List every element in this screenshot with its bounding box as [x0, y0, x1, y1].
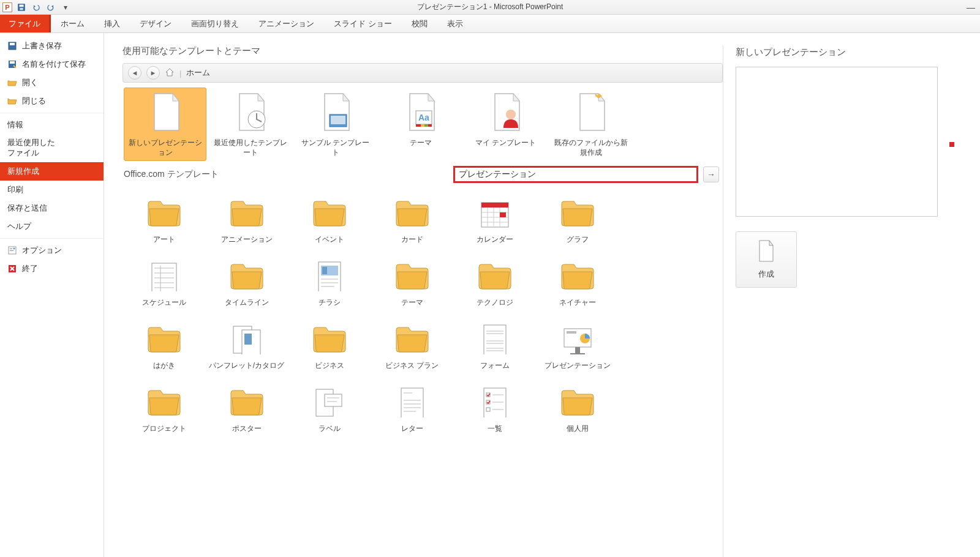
template-tile[interactable]: サンプル テンプレート	[294, 88, 377, 161]
sidebar-label: 保存と送信	[7, 203, 47, 214]
ribbon-tab[interactable]: 表示	[437, 15, 473, 32]
breadcrumb-home[interactable]: ホーム	[186, 67, 210, 78]
sidebar-new[interactable]: 新規作成	[0, 162, 104, 181]
ribbon-tab[interactable]: 挿入	[94, 15, 130, 32]
category-tile[interactable]: プレゼンテーション	[536, 316, 619, 379]
sidebar-save-as[interactable]: 名前を付けて保存	[0, 55, 104, 73]
ribbon-tab[interactable]: アニメーション	[249, 15, 324, 32]
ribbon-tab[interactable]: ホーム	[51, 15, 94, 32]
category-label: パンフレット/カタログ	[208, 361, 285, 371]
category-label: 個人用	[538, 424, 616, 434]
category-tile[interactable]: テクノロジ	[453, 253, 536, 316]
app-icon[interactable]: P	[2, 2, 12, 12]
ribbon-tab[interactable]: デザイン	[130, 15, 181, 32]
create-label: 作成	[758, 269, 774, 280]
ribbon-tab[interactable]: スライド ショー	[324, 15, 402, 32]
templates-heading: 使用可能なテンプレートとテーマ	[123, 45, 723, 57]
home-icon[interactable]	[165, 67, 175, 79]
category-tile[interactable]: はがき	[123, 316, 205, 379]
undo-icon[interactable]	[31, 2, 42, 13]
svg-rect-72	[421, 124, 424, 127]
category-tile[interactable]: スケジュール	[123, 253, 205, 316]
quick-access-toolbar: P ▾	[0, 2, 71, 13]
template-search-input[interactable]	[453, 166, 698, 183]
category-tile[interactable]: タイムライン	[205, 253, 288, 316]
category-tile[interactable]: ビジネス プラン	[371, 316, 453, 379]
category-tile[interactable]: カード	[371, 190, 453, 253]
folder-icon	[310, 384, 349, 419]
category-label: ネイチャー	[538, 297, 616, 308]
ribbon-tab[interactable]: 校閲	[402, 15, 437, 32]
svg-point-74	[506, 110, 516, 119]
template-tile[interactable]: Aaテーマ	[379, 88, 462, 161]
sidebar-save[interactable]: 上書き保存	[0, 37, 104, 55]
template-tile[interactable]: 既存のファイルから新規作成	[549, 88, 632, 161]
category-tile[interactable]: ポスター	[205, 379, 288, 443]
category-tile[interactable]: ネイチャー	[536, 253, 619, 316]
category-tile[interactable]: 一覧	[453, 379, 536, 443]
category-tile[interactable]: イベント	[288, 190, 371, 253]
folder-icon	[145, 195, 184, 230]
category-tile[interactable]: レター	[371, 379, 453, 443]
category-tile[interactable]: テーマ	[371, 253, 453, 316]
folder-icon	[145, 258, 184, 293]
sidebar-exit[interactable]: 終了	[0, 260, 104, 278]
folder-icon	[310, 195, 349, 230]
category-tile[interactable]: アニメーション	[205, 190, 288, 253]
folder-icon	[475, 258, 514, 293]
svg-rect-56	[20, 7, 23, 10]
ribbon-tab[interactable]: 画面切り替え	[181, 15, 249, 32]
create-button[interactable]: 作成	[736, 231, 797, 288]
search-go-button[interactable]: →	[703, 166, 719, 182]
category-label: テクノロジ	[456, 297, 533, 308]
category-tile[interactable]: 個人用	[536, 379, 619, 443]
templates-scroll[interactable]: 新しいプレゼンテーション最近使用したテンプレートサンプル テンプレートAaテーマ…	[123, 86, 723, 490]
sidebar-options[interactable]: オプション	[0, 241, 104, 260]
category-tile[interactable]: チラシ	[288, 253, 371, 316]
backstage-sidebar: 上書き保存 名前を付けて保存 開く 閉じる 情報 最近使用した ファイル 新規作…	[0, 33, 104, 557]
sidebar-label: 印刷	[7, 184, 23, 195]
category-tile[interactable]: フォーム	[453, 316, 536, 379]
preview-heading: 新しいプレゼンテーション	[736, 47, 956, 58]
sidebar-info[interactable]: 情報	[0, 116, 104, 134]
minimize-button[interactable]: —	[967, 2, 975, 12]
sidebar-recent[interactable]: 最近使用した ファイル	[0, 134, 104, 162]
category-tile[interactable]: アート	[123, 190, 205, 253]
qat-dropdown-icon[interactable]: ▾	[60, 2, 71, 13]
sidebar-close[interactable]: 閉じる	[0, 92, 104, 110]
folder-icon	[558, 321, 597, 356]
template-tile[interactable]: 新しいプレゼンテーション	[124, 88, 206, 161]
category-tile[interactable]: パンフレット/カタログ	[205, 316, 288, 379]
redo-icon[interactable]	[45, 2, 56, 13]
sidebar-open[interactable]: 開く	[0, 73, 104, 92]
category-tile[interactable]: カレンダー	[453, 190, 536, 253]
category-tile[interactable]: グラフ	[536, 190, 619, 253]
svg-text:Aa: Aa	[418, 113, 429, 122]
category-label: カード	[373, 234, 451, 245]
preview-thumbnail	[736, 67, 938, 217]
save-icon	[7, 41, 17, 51]
window-title: プレゼンテーション1 - Microsoft PowerPoint	[417, 2, 564, 12]
tab-file[interactable]: ファイル	[0, 15, 51, 32]
category-tile[interactable]: ラベル	[288, 379, 371, 443]
category-tile[interactable]: プロジェクト	[123, 379, 205, 443]
folder-icon	[227, 384, 266, 419]
template-thumb-icon	[232, 91, 269, 134]
preview-pane: 新しいプレゼンテーション 作成	[723, 45, 968, 557]
nav-back-button[interactable]: ◄	[128, 66, 141, 80]
nav-forward-button[interactable]: ►	[146, 66, 160, 80]
save-icon[interactable]	[16, 2, 27, 13]
template-tile[interactable]: マイ テンプレート	[464, 88, 547, 161]
category-label: カレンダー	[456, 234, 533, 245]
svg-rect-62	[10, 249, 12, 249]
sidebar-help[interactable]: ヘルプ	[0, 217, 104, 236]
category-label: プレゼンテーション	[538, 361, 616, 371]
category-label: プロジェクト	[125, 424, 203, 434]
sidebar-share[interactable]: 保存と送信	[0, 199, 104, 217]
template-label: 新しいプレゼンテーション	[127, 138, 203, 157]
template-label: サンプル テンプレート	[298, 138, 373, 157]
category-label: ポスター	[208, 424, 285, 434]
sidebar-print[interactable]: 印刷	[0, 181, 104, 199]
template-tile[interactable]: 最近使用したテンプレート	[209, 88, 292, 161]
category-tile[interactable]: ビジネス	[288, 316, 371, 379]
